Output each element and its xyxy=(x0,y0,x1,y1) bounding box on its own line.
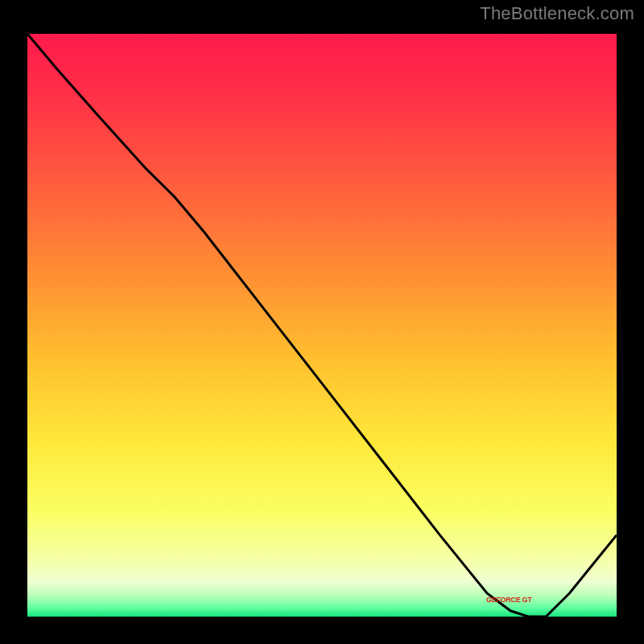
chart-stage: TheBottleneck.com GEFORCE GT xyxy=(0,0,644,644)
bottleneck-chart xyxy=(0,0,644,644)
product-label: GEFORCE GT xyxy=(486,596,532,604)
plot-heat-background xyxy=(27,34,617,617)
